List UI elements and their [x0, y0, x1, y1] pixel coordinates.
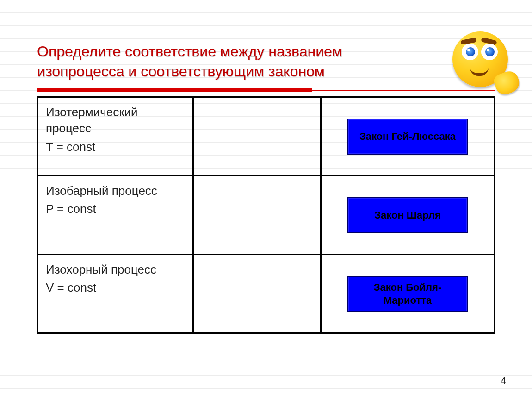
process-cell: Изобарный процесс P = const	[38, 176, 193, 255]
law-card[interactable]: Закон Бойля-Мариотта	[347, 276, 468, 312]
law-card[interactable]: Закон Шарля	[347, 197, 468, 233]
page-number: 4	[501, 375, 506, 387]
law-cell: Закон Бойля-Мариотта	[321, 255, 494, 333]
table-row: Изотермический процесс T = const Закон Г…	[38, 97, 495, 176]
slide-title: Определите соответствие между названием …	[37, 42, 495, 81]
thinking-emoji-icon	[448, 27, 517, 96]
dropzone-cell[interactable]	[193, 176, 321, 255]
process-name: Изобарный процесс	[46, 183, 185, 199]
slide: Определите соответствие между названием …	[0, 0, 532, 400]
table-row: Изобарный процесс P = const Закон Шарля	[38, 176, 495, 255]
process-formula: P = const	[46, 202, 185, 216]
dropzone-cell[interactable]	[193, 255, 321, 333]
process-cell: Изотермический процесс T = const	[38, 97, 193, 176]
law-cell: Закон Шарля	[321, 176, 494, 255]
process-formula: T = const	[46, 140, 185, 154]
footer-divider	[37, 369, 511, 369]
dropzone-cell[interactable]	[193, 97, 321, 176]
title-underline	[37, 88, 495, 93]
process-name: Изохорный процесс	[46, 262, 185, 278]
table-row: Изохорный процесс V = const Закон Бойля-…	[38, 255, 495, 333]
process-cell: Изохорный процесс V = const	[38, 255, 193, 333]
matching-table: Изотермический процесс T = const Закон Г…	[37, 96, 495, 334]
process-name: Изотермический процесс	[46, 104, 185, 137]
law-cell: Закон Гей-Люссака	[321, 97, 494, 176]
process-formula: V = const	[46, 281, 185, 295]
law-card[interactable]: Закон Гей-Люссака	[347, 119, 468, 155]
